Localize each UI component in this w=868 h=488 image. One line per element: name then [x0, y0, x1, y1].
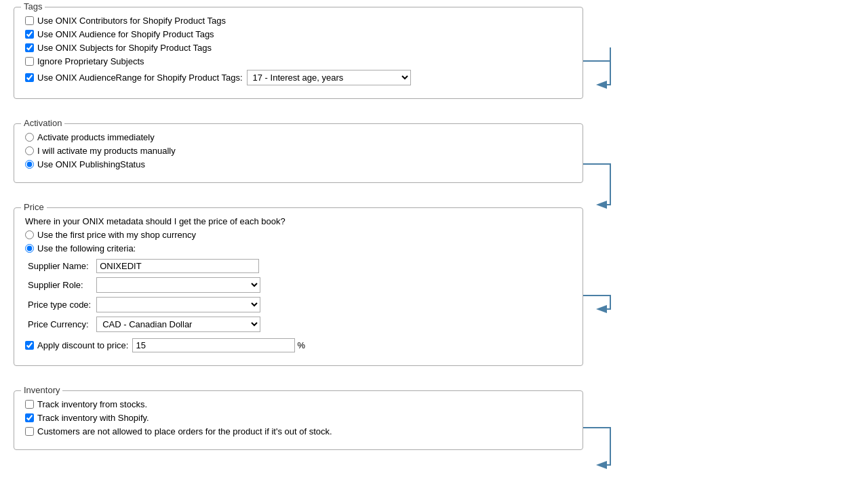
price-shopcurrency-row: Use the first price with my shop currenc…: [25, 230, 572, 240]
tags-audience-checkbox[interactable]: [25, 30, 34, 39]
inventory-stocks-row: Track inventory from stocks.: [25, 399, 572, 409]
tags-title: Tags: [21, 1, 45, 12]
tags-proprietary-row: Ignore Proprietary Subjects: [25, 56, 572, 66]
activation-publishing-label[interactable]: Use ONIX PublishingStatus: [25, 159, 145, 169]
inventory-orders-row: Customers are not allowed to place order…: [25, 426, 572, 436]
price-discount-checkbox[interactable]: [25, 341, 34, 350]
tags-audience-label[interactable]: Use ONIX Audience for Shopify Product Ta…: [25, 29, 214, 39]
inventory-shopify-label[interactable]: Track inventory with Shopify.: [25, 413, 149, 423]
tags-audience-row: Use ONIX Audience for Shopify Product Ta…: [25, 29, 572, 39]
audiencerange-select[interactable]: 17 - Interest age, years 18 - Interest a…: [247, 70, 411, 85]
price-supplier-name-row: Supplier Name:: [25, 257, 263, 275]
activation-manual-row: I will activate my products manually: [25, 146, 572, 156]
price-supplier-name-input[interactable]: [96, 259, 259, 273]
activation-publishing-radio[interactable]: [25, 160, 34, 169]
activation-immediate-row: Activate products immediately: [25, 132, 572, 142]
price-supplier-role-select-cell: Option 1 Option 2: [94, 275, 263, 295]
price-type-code-label: Price type code:: [28, 300, 91, 310]
price-currency-row: Price Currency: CAD - Canadian Dollar US…: [25, 314, 263, 334]
tags-connector: [583, 41, 787, 95]
tags-contributors-label[interactable]: Use ONIX Contributors for Shopify Produc…: [25, 16, 226, 26]
inventory-shopify-checkbox[interactable]: [25, 413, 34, 422]
price-discount-row: Apply discount to price: %: [25, 338, 572, 352]
tags-proprietary-label[interactable]: Ignore Proprietary Subjects: [25, 56, 144, 66]
inventory-title: Inventory: [21, 385, 62, 395]
price-currency-select[interactable]: CAD - Canadian Dollar USD - US Dollar EU…: [96, 317, 260, 332]
price-supplier-role-row: Supplier Role: Option 1 Option 2: [25, 275, 263, 295]
price-shopcurrency-radio[interactable]: [25, 230, 34, 239]
price-discount-input[interactable]: [132, 338, 295, 352]
price-discount-label[interactable]: Apply discount to price:: [25, 340, 128, 350]
activation-manual-label[interactable]: I will activate my products manually: [25, 146, 176, 156]
tags-proprietary-checkbox[interactable]: [25, 57, 34, 66]
price-discount-unit: %: [297, 340, 305, 350]
price-type-code-select[interactable]: Type 1 Type 2: [96, 297, 260, 312]
price-supplier-role-select[interactable]: Option 1 Option 2: [96, 277, 260, 293]
price-criteria-radio[interactable]: [25, 244, 34, 253]
inventory-stocks-checkbox[interactable]: [25, 400, 34, 409]
price-type-code-select-cell: Type 1 Type 2: [94, 295, 263, 314]
price-shopcurrency-label[interactable]: Use the first price with my shop currenc…: [25, 230, 196, 240]
price-type-code-row: Price type code: Type 1 Type 2: [25, 295, 263, 314]
price-question: Where in your ONIX metadata should I get…: [25, 216, 285, 226]
price-currency-select-cell: CAD - Canadian Dollar USD - US Dollar EU…: [94, 314, 263, 334]
activation-immediate-label[interactable]: Activate products immediately: [25, 132, 155, 142]
inventory-orders-checkbox[interactable]: [25, 427, 34, 436]
price-currency-label-cell: Price Currency:: [25, 314, 94, 334]
inventory-orders-label[interactable]: Customers are not allowed to place order…: [25, 426, 332, 436]
tags-contributors-checkbox[interactable]: [25, 16, 34, 25]
price-question-row: Where in your ONIX metadata should I get…: [25, 216, 572, 226]
price-supplier-name-label: Supplier Name:: [28, 261, 89, 271]
tags-contributors-row: Use ONIX Contributors for Shopify Produc…: [25, 16, 572, 26]
price-currency-label: Price Currency:: [28, 319, 89, 329]
tags-section: Tags Use ONIX Contributors for Shopify P…: [14, 7, 583, 99]
tags-subjects-label[interactable]: Use ONIX Subjects for Shopify Product Ta…: [25, 43, 212, 53]
activation-manual-radio[interactable]: [25, 146, 34, 155]
price-supplier-name-input-cell: [94, 257, 263, 275]
tags-audiencerange-row: Use ONIX AudienceRange for Shopify Produ…: [25, 70, 572, 85]
activation-section: Activation Activate products immediately…: [14, 123, 583, 183]
price-type-code-label-cell: Price type code:: [25, 295, 94, 314]
price-supplier-role-label: Supplier Role:: [28, 280, 83, 290]
inventory-section: Inventory Track inventory from stocks. T…: [14, 390, 583, 450]
price-fields-table: Supplier Name: Supplier Role:: [25, 257, 263, 334]
price-section: Price Where in your ONIX metadata should…: [14, 207, 583, 366]
price-criteria-row: Use the following criteria:: [25, 243, 572, 253]
price-supplier-name-label-cell: Supplier Name:: [25, 257, 94, 275]
price-criteria-label[interactable]: Use the following criteria:: [25, 243, 136, 253]
activation-immediate-radio[interactable]: [25, 133, 34, 142]
price-discount-text: Apply discount to price:: [37, 340, 128, 350]
activation-publishing-row: Use ONIX PublishingStatus: [25, 159, 572, 169]
price-supplier-role-label-cell: Supplier Role:: [25, 275, 94, 295]
inventory-stocks-label[interactable]: Track inventory from stocks.: [25, 399, 147, 409]
tags-audiencerange-label[interactable]: Use ONIX AudienceRange for Shopify Produ…: [25, 73, 243, 83]
tags-audiencerange-checkbox[interactable]: [25, 73, 34, 82]
inventory-shopify-row: Track inventory with Shopify.: [25, 413, 572, 423]
tags-subjects-row: Use ONIX Subjects for Shopify Product Ta…: [25, 43, 572, 53]
tags-subjects-checkbox[interactable]: [25, 43, 34, 52]
price-title: Price: [21, 202, 47, 212]
activation-title: Activation: [21, 118, 64, 128]
